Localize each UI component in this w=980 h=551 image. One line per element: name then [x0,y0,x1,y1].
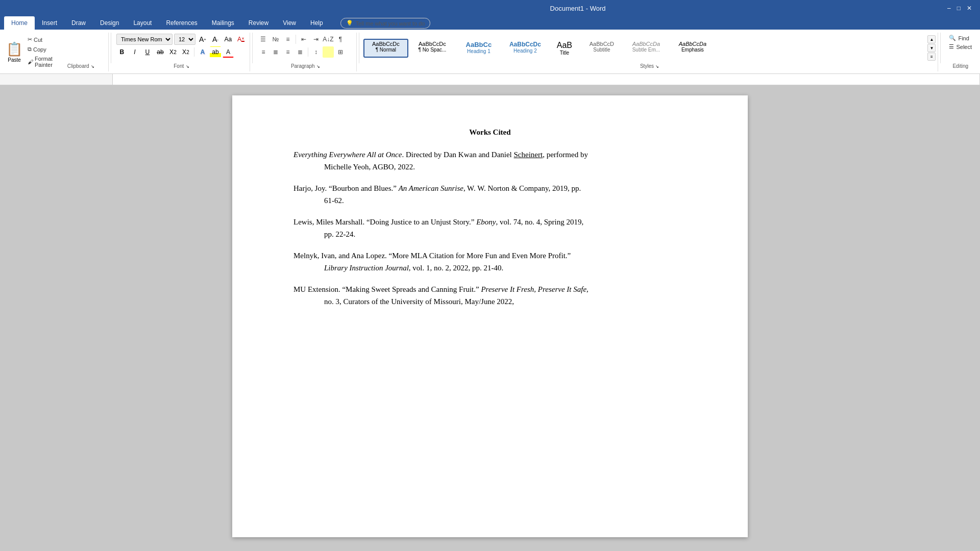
font-shrink-button[interactable]: A- [210,34,221,45]
tab-references[interactable]: References [159,16,204,30]
citation-3-italic: Ebony [476,218,496,226]
editing-group: 🔍 Find ☰ Select Editing [943,33,978,71]
styles-expand-icon[interactable]: ↘ [655,64,659,69]
copy-button[interactable]: ⧉ Copy [24,45,56,54]
italic-button[interactable]: I [129,46,140,58]
font-name-select[interactable]: Times New Roman [116,34,173,45]
citation-5: MU Extension. “Making Sweet Spreads and … [293,283,687,308]
superscript-button[interactable]: X2 [180,46,191,58]
styles-expand-button[interactable]: ≡ [927,53,936,61]
tab-home[interactable]: Home [4,16,35,30]
find-button[interactable]: 🔍 Find [946,34,975,42]
ruler-inner [112,74,980,85]
app-title: Document1 - Word [208,5,947,12]
increase-indent-button[interactable]: ⇥ [310,34,322,45]
show-formatting-button[interactable]: ¶ [335,34,346,45]
paragraph-expand-icon[interactable]: ↘ [316,64,320,69]
font-name-row: Times New Roman 12 A+ A- Aa A✕ [116,34,247,45]
shading-button[interactable] [323,46,334,58]
style-subtle-em-button[interactable]: AaBbCcDa Subtle Em... [624,39,669,58]
citation-5-italic: Preserve It Fresh, Preserve It Safe [481,285,586,293]
font-size-select[interactable]: 12 [174,34,195,45]
cut-icon: ✂ [28,36,32,43]
styles-scroll-down-button[interactable]: ▼ [927,44,936,52]
paste-button[interactable]: 📋 Paste [4,34,24,70]
subscript-button[interactable]: X2 [167,46,179,58]
style-title-preview: AaB [553,41,576,50]
font-divider [194,47,194,57]
style-heading2-button[interactable]: AaBbCcDc Heading 2 [503,39,548,58]
title-bar: Document1 - Word – □ ✕ [0,0,980,16]
tab-bar: Home Insert Draw Design Layout Reference… [0,16,980,30]
tab-review[interactable]: Review [241,16,276,30]
line-spacing-button[interactable]: ↕ [310,46,322,58]
citation-2-text: Harjo, Joy. “Bourbon and Blues.” An Amer… [293,182,687,194]
format-painter-button[interactable]: 🖌 Format Painter [24,55,56,69]
style-heading1-preview: AaBbCc [460,41,497,48]
tell-me-box[interactable]: 💡 Tell me what you want to do [340,18,431,29]
align-right-button[interactable]: ≡ [282,46,293,58]
citation-4: Melnyk, Ivan, and Ana Lopez. “More MLA C… [293,249,687,274]
clear-formatting-button[interactable]: A✕ [235,34,247,45]
select-label: Select [956,44,972,50]
styles-scroll-buttons: ▲ ▼ ≡ [927,35,936,61]
decrease-indent-button[interactable]: ⇤ [298,34,309,45]
close-btn[interactable]: ✕ [967,5,972,12]
clipboard-group-label: Clipboard [67,63,89,69]
font-color-button[interactable]: A [223,46,234,58]
style-heading2-label: Heading 2 [507,48,544,54]
strikethrough-button[interactable]: ab [155,46,166,58]
style-subtle-em-label: Subtle Em... [628,47,665,53]
citation-3-text: Lewis, Miles Marshall. “Doing Justice to… [293,216,687,228]
align-center-button[interactable]: ≣ [270,46,281,58]
tab-mailings[interactable]: Mailings [205,16,241,30]
text-highlight-button[interactable]: ab [210,46,221,58]
ribbon: 📋 Paste ✂ Cut ⧉ Copy 🖌 Format Painter Cl [0,30,980,74]
style-subtitle-preview: AaBbCcD [585,41,618,47]
style-heading1-button[interactable]: AaBbCc Heading 1 [456,39,501,58]
sort-button[interactable]: A↓Z [323,34,334,45]
minimize-btn[interactable]: – [947,5,951,12]
maximize-btn[interactable]: □ [957,5,961,12]
numbering-button[interactable]: № [270,34,281,45]
bullets-button[interactable]: ☰ [258,34,269,45]
underline-button[interactable]: U [142,46,153,58]
text-effects-button[interactable]: A [197,46,208,58]
style-title-button[interactable]: AaB Title [549,39,580,58]
copy-label: Copy [33,46,46,53]
multilevel-list-button[interactable]: ≡ [282,34,293,45]
change-case-button[interactable]: Aa [223,34,234,45]
citation-5-continuation: no. 3, Curators of the University of Mis… [293,295,687,308]
para-divider1 [296,35,296,44]
tab-view[interactable]: View [276,16,303,30]
cut-button[interactable]: ✂ Cut [24,35,56,44]
align-left-button[interactable]: ≡ [258,46,269,58]
font-grow-button[interactable]: A+ [197,34,208,45]
style-no-spacing-button[interactable]: AaBbCcDc ¶ No Spac... [410,39,455,58]
citation-1: Everything Everywhere All at Once. Direc… [293,148,687,173]
lightbulb-icon: 💡 [346,20,353,27]
borders-button[interactable]: ⊞ [335,46,346,58]
bold-button[interactable]: B [116,46,128,58]
citation-1-italic: Everything Everywhere All at Once [293,151,402,159]
tab-layout[interactable]: Layout [126,16,159,30]
styles-scroll-up-button[interactable]: ▲ [927,35,936,43]
select-button[interactable]: ☰ Select [946,42,975,51]
font-expand-icon[interactable]: ↘ [186,64,189,69]
document-area[interactable]: Works Cited Everything Everywhere All at… [0,85,980,547]
tab-help[interactable]: Help [303,16,330,30]
clipboard-expand-icon[interactable]: ↘ [91,64,94,69]
style-emphasis-button[interactable]: AaBbCcDa Emphasis [670,39,715,58]
tab-insert[interactable]: Insert [35,16,64,30]
tab-draw[interactable]: Draw [64,16,93,30]
justify-button[interactable]: ≣ [295,46,306,58]
select-icon: ☰ [949,43,954,50]
find-label: Find [958,35,969,41]
style-normal-button[interactable]: AaBbCcDc ¶ Normal [363,39,408,58]
paste-icon: 📋 [6,41,22,57]
copy-icon: ⧉ [28,46,32,53]
citation-3: Lewis, Miles Marshall. “Doing Justice to… [293,216,687,240]
clipboard-small-buttons: ✂ Cut ⧉ Copy 🖌 Format Painter [24,34,56,70]
tab-design[interactable]: Design [93,16,126,30]
style-subtitle-button[interactable]: AaBbCcD Subtitle [581,39,622,58]
